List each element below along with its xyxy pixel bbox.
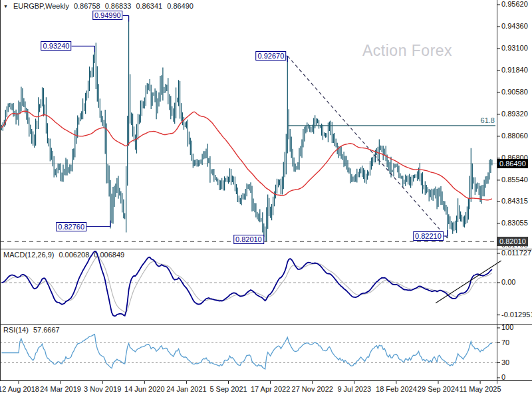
price-label-connector (123, 16, 129, 22)
rsi-axis-tick: 30 (501, 358, 509, 366)
support-price-badge: 0.82010 (497, 237, 528, 246)
price-axis-tick: 0.89320 (501, 110, 528, 118)
date-label: 24 Jan 2021 (166, 385, 207, 393)
price-axis-tick: 0.91840 (501, 66, 528, 74)
date-label: 29 Sep 2024 (418, 385, 459, 393)
price-label-connector (286, 56, 287, 62)
macd-axis-tick: -0.012951 (501, 311, 532, 319)
rsi-axis-tick: 100 (501, 323, 513, 331)
date-label: 14 Jun 2020 (124, 385, 165, 393)
price-axis-tick: 0.83055 (501, 219, 528, 227)
price-label[interactable]: 0.82010 (233, 235, 264, 244)
price-label[interactable]: 0.82760 (56, 222, 86, 231)
macd-axis-tick: 0.011727 (501, 249, 531, 257)
rsi-line (1, 334, 492, 369)
price-axis-tick: 0.84315 (501, 197, 528, 205)
price-label[interactable]: 0.93240 (41, 41, 72, 51)
price-axis-tick: 0.93100 (501, 44, 528, 52)
date-label: 12 Aug 2018 (0, 385, 39, 393)
price-axis-tick: 0.94360 (501, 22, 528, 30)
price-axis-tick: 0.88060 (501, 132, 528, 140)
current-price-badge: 0.86490 (497, 159, 528, 168)
date-label: 18 Feb 2024 (376, 385, 417, 393)
date-label: 27 Nov 2022 (292, 385, 333, 393)
date-label: 5 Sep 2021 (209, 385, 247, 393)
price-axis-tick: 0.95620 (501, 0, 528, 8)
rsi-axis-tick: 70 (501, 338, 509, 346)
rsi-axis-tick: 0 (501, 373, 505, 381)
macd-axis-tick: 0.00 (501, 278, 515, 286)
price-label-connector (86, 221, 110, 227)
price-label-connector (444, 230, 448, 236)
price-bars (1, 16, 492, 242)
mt4-chart-window: ▼ EURGBP,Weekly 0.86758 0.86833 0.86341 … (0, 0, 532, 399)
date-label: 9 Jul 2023 (337, 385, 371, 393)
date-label: 3 Nov 2019 (84, 385, 121, 393)
price-label[interactable]: 0.92670 (255, 51, 286, 61)
fib-618-label[interactable]: 61.8 (481, 116, 495, 124)
price-axis-tick: 0.85540 (501, 176, 528, 184)
date-label: 17 Apr 2022 (251, 385, 290, 393)
price-label[interactable]: 0.82210 (413, 231, 444, 241)
price-label[interactable]: 0.94990 (92, 11, 123, 20)
date-label: 11 May 2025 (460, 385, 501, 393)
date-label: 24 Mar 2019 (40, 385, 81, 393)
price-axis-tick: 0.90580 (501, 88, 528, 96)
macd-trendline[interactable] (436, 261, 501, 303)
macd-line (1, 251, 492, 316)
trendline[interactable] (287, 56, 448, 238)
macd-signal-line (1, 257, 492, 313)
price-label-connector (71, 46, 94, 52)
